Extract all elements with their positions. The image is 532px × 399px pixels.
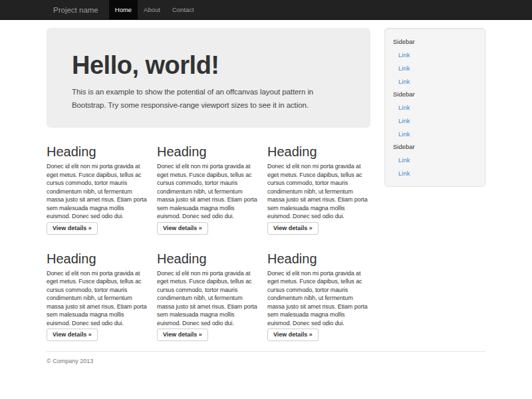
sidebar-group-title: Sidebar <box>393 35 477 48</box>
view-details-button[interactable]: View details » <box>47 329 98 341</box>
footer-divider <box>47 351 485 352</box>
cards-row-2: Heading Donec id elit non mi porta gravi… <box>47 235 370 342</box>
card-heading: Heading <box>157 145 259 158</box>
sidebar-link[interactable]: Link <box>393 166 477 180</box>
sidebar-link[interactable]: Link <box>393 153 477 166</box>
card-heading: Heading <box>47 252 149 265</box>
content-card: Heading Donec id elit non mi porta gravi… <box>157 235 259 342</box>
sidebar-group-title: Sidebar <box>393 140 477 153</box>
sidebar-link[interactable]: Link <box>393 114 477 127</box>
jumbotron: Hello, world! This is an example to show… <box>47 28 370 128</box>
content-card: Heading Donec id elit non mi porta gravi… <box>267 235 370 342</box>
top-navbar: Project name Home About Contact <box>0 0 532 20</box>
view-details-button[interactable]: View details » <box>47 222 98 235</box>
content-card: Heading Donec id elit non mi porta gravi… <box>47 128 149 235</box>
content-card: Heading Donec id elit non mi porta gravi… <box>157 128 259 235</box>
sidebar-link[interactable]: Link <box>393 100 477 114</box>
sidebar-link[interactable]: Link <box>393 74 477 88</box>
sidebar-link[interactable]: Link <box>393 61 477 74</box>
brand-link[interactable]: Project name <box>47 0 105 20</box>
page-title: Hello, world! <box>72 52 345 78</box>
sidebar-column: Sidebar Link Link Link Sidebar Link Link… <box>384 20 485 187</box>
nav-item-contact[interactable]: Contact <box>166 0 200 20</box>
nav-item-about[interactable]: About <box>138 0 166 20</box>
sidebar-group-1: Sidebar Link Link Link <box>393 35 477 88</box>
page-footer: © Company 2013 <box>47 351 485 364</box>
sidebar-group-3: Sidebar Link Link <box>393 140 477 180</box>
card-body-text: Donec id elit non mi porta gravida at eg… <box>47 269 149 328</box>
view-details-button[interactable]: View details » <box>157 222 208 235</box>
card-heading: Heading <box>47 145 149 158</box>
card-body-text: Donec id elit non mi porta gravida at eg… <box>267 162 370 221</box>
page-container: Hello, world! This is an example to show… <box>47 20 485 364</box>
view-details-button[interactable]: View details » <box>157 329 208 341</box>
view-details-button[interactable]: View details » <box>267 222 319 235</box>
card-body-text: Donec id elit non mi porta gravida at eg… <box>47 162 149 221</box>
content-card: Heading Donec id elit non mi porta gravi… <box>267 128 370 235</box>
sidebar-well: Sidebar Link Link Link Sidebar Link Link… <box>384 28 485 187</box>
card-heading: Heading <box>267 145 370 158</box>
card-body-text: Donec id elit non mi porta gravida at eg… <box>267 269 370 328</box>
card-heading: Heading <box>157 252 259 265</box>
copyright-text: © Company 2013 <box>47 358 485 364</box>
jumbotron-description: This is an example to show the potential… <box>72 85 345 112</box>
nav-item-home[interactable]: Home <box>109 0 138 20</box>
card-body-text: Donec id elit non mi porta gravida at eg… <box>157 269 259 328</box>
content-card: Heading Donec id elit non mi porta gravi… <box>47 235 149 342</box>
offcanvas-row: Hello, world! This is an example to show… <box>47 20 485 341</box>
main-content-column: Hello, world! This is an example to show… <box>47 20 370 341</box>
sidebar-link[interactable]: Link <box>393 127 477 140</box>
cards-row-1: Heading Donec id elit non mi porta gravi… <box>47 128 370 235</box>
view-details-button[interactable]: View details » <box>267 329 319 341</box>
sidebar-link[interactable]: Link <box>393 48 477 61</box>
card-heading: Heading <box>267 252 370 265</box>
navbar-container: Project name Home About Contact <box>47 0 485 20</box>
navbar-menu: Home About Contact <box>109 0 200 20</box>
sidebar-group-title: Sidebar <box>393 88 477 100</box>
sidebar-group-2: Sidebar Link Link Link <box>393 88 477 140</box>
card-body-text: Donec id elit non mi porta gravida at eg… <box>157 162 259 221</box>
